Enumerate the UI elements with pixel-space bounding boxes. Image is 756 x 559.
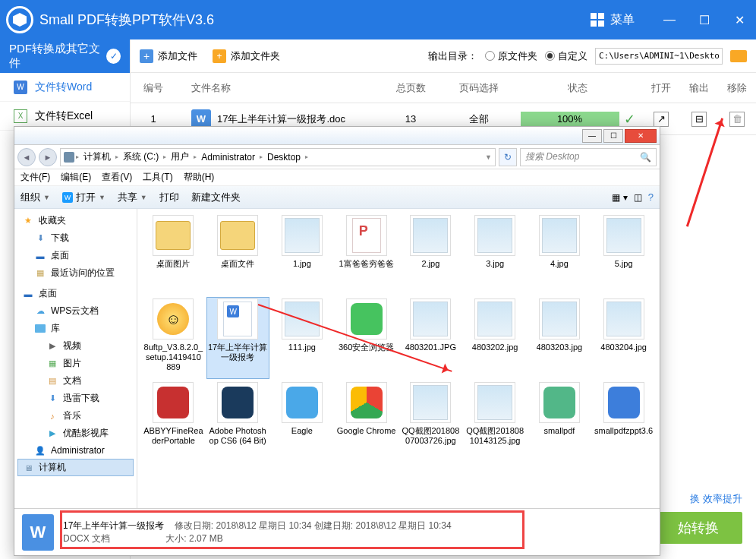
add-file-button[interactable]: + 添加文件 bbox=[140, 49, 197, 63]
file-item[interactable]: Google Chrome bbox=[335, 381, 398, 463]
help-icon[interactable]: ? bbox=[648, 191, 654, 203]
tree-pictures[interactable]: ▦图片 bbox=[17, 355, 134, 372]
sidebar-header[interactable]: PDF转换成其它文件 ✓ bbox=[0, 39, 130, 73]
menu-file[interactable]: 文件(F) bbox=[20, 171, 50, 184]
explorer-toolbar: 组织▼ W打开▼ 共享▼ 打印 新建文件夹 ▦ ▾ ◫ ? bbox=[14, 186, 660, 209]
file-item[interactable]: P1富爸爸穷爸爸 bbox=[335, 213, 398, 295]
file-item[interactable]: QQ截图20180807003726.jpg bbox=[399, 381, 462, 463]
new-folder-button[interactable]: 新建文件夹 bbox=[191, 191, 241, 204]
share-button[interactable]: 共享▼ bbox=[118, 191, 147, 204]
file-item[interactable]: ☺8uftp_V3.8.2.0_setup.1419410889 bbox=[142, 297, 205, 379]
output-label: 输出目录： bbox=[428, 49, 477, 63]
menu-edit[interactable]: 编辑(E) bbox=[61, 171, 91, 184]
minimize-button[interactable]: — bbox=[659, 9, 680, 30]
document-icon: ▤ bbox=[46, 375, 58, 387]
remove-button[interactable]: 🗑 bbox=[729, 112, 745, 127]
file-grid: 桌面图片桌面文件1.jpgP1富爸爸穷爸爸2.jpg3.jpg4.jpg5.jp… bbox=[137, 209, 660, 508]
file-item[interactable]: 4.jpg bbox=[528, 213, 591, 295]
preview-pane-icon[interactable]: ◫ bbox=[634, 192, 642, 203]
tree-wps[interactable]: ☁WPS云文档 bbox=[17, 302, 134, 320]
file-item[interactable]: 4803202.jpg bbox=[464, 297, 527, 379]
check-icon: ✓ bbox=[624, 111, 635, 128]
print-button[interactable]: 打印 bbox=[159, 191, 179, 204]
convert-button[interactable]: 始转换 bbox=[654, 512, 742, 544]
file-name-label: 17年上半年计算一级报考 bbox=[208, 343, 268, 362]
file-item[interactable]: 5.jpg bbox=[592, 213, 655, 295]
output-path-input[interactable] bbox=[595, 48, 723, 65]
file-item[interactable]: 4803204.jpg bbox=[592, 297, 655, 379]
file-item[interactable]: QQ截图20180810143125.jpg bbox=[464, 381, 527, 463]
file-item[interactable]: smallpdfzppt3.6 bbox=[592, 381, 655, 463]
menu-tools[interactable]: 工具(T) bbox=[143, 171, 172, 184]
tree-computer[interactable]: 🖥计算机 bbox=[17, 459, 134, 476]
file-item[interactable]: Eagle bbox=[271, 381, 334, 463]
file-name-label: 4803203.jpg bbox=[537, 343, 583, 352]
tree-video[interactable]: ▶视频 bbox=[17, 337, 134, 355]
tree-youku[interactable]: ▶优酷影视库 bbox=[17, 425, 134, 442]
menu-view[interactable]: 查看(V) bbox=[102, 171, 132, 184]
tree-favorites[interactable]: ★收藏夹 bbox=[17, 212, 134, 229]
breadcrumb[interactable]: ▸ 计算机▸ 系统 (C:)▸ 用户▸ Administrator▸ Deskt… bbox=[60, 148, 496, 166]
nav-back-button[interactable]: ◄ bbox=[17, 148, 36, 166]
file-thumb-icon bbox=[346, 382, 387, 423]
explorer-minimize-button[interactable]: — bbox=[582, 129, 602, 143]
file-name-label: Eagle bbox=[291, 426, 313, 436]
file-item[interactable]: 桌面文件 bbox=[206, 213, 269, 295]
file-item[interactable]: 1.jpg bbox=[271, 213, 334, 295]
file-name-label: smallpdf bbox=[543, 426, 575, 436]
explorer-maximize-button[interactable]: ☐ bbox=[603, 129, 623, 143]
search-input[interactable]: 搜索 Desktop 🔍 bbox=[520, 148, 657, 166]
file-item[interactable]: 桌面图片 bbox=[142, 213, 205, 295]
sidebar-item-word[interactable]: W 文件转Word bbox=[0, 73, 130, 102]
tree-documents[interactable]: ▤文档 bbox=[17, 372, 134, 390]
file-item[interactable]: 4803201.JPG bbox=[399, 297, 462, 379]
file-item[interactable]: W17年上半年计算一级报考 bbox=[206, 297, 269, 379]
tree-library[interactable]: 库 bbox=[17, 320, 134, 337]
file-name-label: Google Chrome bbox=[337, 426, 396, 436]
tree-desktop-fav[interactable]: ▬桌面 bbox=[17, 247, 134, 264]
open-file-button[interactable]: ↗ bbox=[654, 112, 669, 127]
tree-downloads[interactable]: ⬇下载 bbox=[17, 229, 134, 247]
radio-custom-folder[interactable]: 自定义 bbox=[545, 49, 587, 63]
file-item[interactable]: 4803203.jpg bbox=[528, 297, 591, 379]
file-thumb-icon bbox=[410, 382, 451, 423]
nav-forward-button[interactable]: ► bbox=[39, 148, 57, 166]
menu-help[interactable]: 帮助(H) bbox=[184, 171, 215, 184]
tree-desktop[interactable]: ▬桌面 bbox=[17, 285, 134, 302]
maximize-button[interactable]: ☐ bbox=[694, 9, 715, 30]
file-item[interactable]: 360安全浏览器 bbox=[335, 297, 398, 379]
tree-recent[interactable]: ▦最近访问的位置 bbox=[17, 264, 134, 282]
tree-thunder[interactable]: ⬇迅雷下载 bbox=[17, 390, 134, 407]
file-thumb-icon bbox=[474, 215, 515, 256]
page-selection[interactable]: 全部 bbox=[445, 112, 513, 126]
youku-icon: ▶ bbox=[46, 428, 58, 440]
tree-music[interactable]: ♪音乐 bbox=[17, 407, 134, 425]
sidebar-item-label: 文件转Word bbox=[35, 81, 92, 94]
file-name-label: 4803201.JPG bbox=[405, 343, 456, 352]
output-button[interactable]: ⊟ bbox=[691, 112, 707, 127]
add-folder-button[interactable]: + 添加文件夹 bbox=[213, 49, 280, 63]
open-with-button[interactable]: W打开▼ bbox=[62, 191, 106, 204]
file-name-label: 4803202.jpg bbox=[472, 343, 518, 352]
refresh-button[interactable]: ↻ bbox=[499, 148, 517, 166]
status-filetype: DOCX 文档 bbox=[63, 533, 110, 544]
check-circle-icon: ✓ bbox=[106, 49, 121, 64]
radio-original-folder[interactable]: 原文件夹 bbox=[485, 49, 537, 63]
explorer-close-button[interactable]: ✕ bbox=[625, 129, 657, 143]
file-item[interactable]: smallpdf bbox=[528, 381, 591, 463]
file-item[interactable]: Adobe Photoshop CS6 (64 Bit) bbox=[206, 381, 269, 463]
file-name-label: Adobe Photoshop CS6 (64 Bit) bbox=[208, 426, 268, 446]
view-options-icon[interactable]: ▦ ▾ bbox=[612, 192, 627, 203]
file-item[interactable]: 3.jpg bbox=[464, 213, 527, 295]
tree-administrator[interactable]: 👤Administrator bbox=[17, 442, 134, 459]
file-item[interactable]: 2.jpg bbox=[399, 213, 462, 295]
organize-button[interactable]: 组织▼ bbox=[20, 191, 50, 204]
menu-button[interactable]: 菜单 bbox=[581, 9, 644, 31]
browse-folder-icon[interactable] bbox=[730, 50, 747, 62]
close-button[interactable]: ✕ bbox=[729, 9, 750, 30]
file-item[interactable]: 111.jpg bbox=[271, 297, 334, 379]
picture-icon: ▦ bbox=[46, 358, 58, 370]
file-name-label: ABBYYFineReaderPortable bbox=[143, 426, 203, 446]
file-item[interactable]: ABBYYFineReaderPortable bbox=[142, 381, 205, 463]
download-icon: ⬇ bbox=[34, 232, 46, 245]
